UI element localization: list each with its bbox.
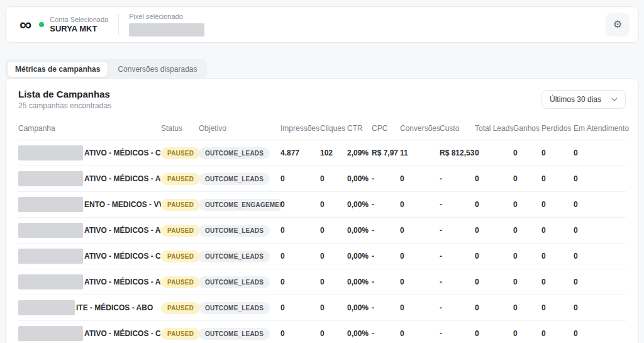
column-header-7: Conversões bbox=[400, 124, 440, 133]
header-divider bbox=[118, 14, 119, 35]
cell-impressions: 4.877 bbox=[280, 149, 320, 157]
cell-total-leads: 0 bbox=[475, 174, 513, 183]
cell-total-leads: 0 bbox=[475, 329, 513, 338]
cell-clicks: 102 bbox=[320, 149, 347, 157]
cell-impressions: 0 bbox=[280, 278, 320, 286]
cell-conversions: 0 bbox=[400, 252, 440, 261]
column-header-9: Total Leads bbox=[475, 124, 513, 133]
cell-impressions: 0 bbox=[280, 226, 320, 235]
pixel-value-redacted[interactable] bbox=[129, 23, 204, 37]
cell-ctr: 0,00% bbox=[347, 303, 372, 312]
panel-title: Lista de Campanhas bbox=[18, 89, 111, 99]
top-bar: ∞ Conta Selecionada SURYA MKT Pixel sele… bbox=[5, 6, 639, 43]
table-row[interactable]: ATIVO - MÉDICOS - CBO PAUSED OUTCOME_LEA… bbox=[18, 321, 626, 343]
campaign-table: CampanhaStatusObjetivoImpressõesCliquesC… bbox=[6, 115, 638, 343]
cell-objective: OUTCOME_LEADS bbox=[199, 250, 280, 262]
table-row[interactable]: ATIVO - MÉDICOS - AB... PAUSED OUTCOME_L… bbox=[18, 166, 626, 192]
cell-objective: OUTCOME_ENGAGEMENT bbox=[199, 199, 280, 211]
campaign-name: ITE - MÉDICOS - ABO bbox=[76, 303, 153, 312]
cell-impressions: 0 bbox=[280, 174, 320, 183]
column-header-2: Objetivo bbox=[199, 124, 280, 133]
cell-cost: - bbox=[440, 252, 475, 261]
meta-logo-icon: ∞ bbox=[19, 16, 31, 33]
table-header-row: CampanhaStatusObjetivoImpressõesCliquesC… bbox=[18, 115, 626, 140]
cell-status: PAUSED bbox=[161, 276, 199, 288]
cell-campaign: ENTO - MEDICOS - VV -... bbox=[18, 197, 161, 212]
cell-objective: OUTCOME_LEADS bbox=[199, 276, 280, 288]
cell-campaign: ATIVO - MÉDICOS - CB... bbox=[18, 249, 161, 264]
campaign-name: ATIVO - MÉDICOS - AB... bbox=[84, 174, 161, 183]
cell-perdidos: 0 bbox=[541, 149, 574, 157]
cell-ctr: 2,09% bbox=[347, 149, 372, 157]
cell-em-atendimento: 0 bbox=[574, 252, 626, 261]
status-badge: PAUSED bbox=[161, 250, 199, 262]
table-row[interactable]: ATIVO - MÉDICOS - ABO PAUSED OUTCOME_LEA… bbox=[18, 218, 626, 244]
tab-conversoes-disparadas[interactable]: Conversões disparadas bbox=[109, 61, 205, 77]
campaign-list-panel: Lista de Campanhas 25 campanhas encontra… bbox=[5, 78, 639, 343]
cell-cpc: - bbox=[372, 329, 400, 338]
objective-badge: OUTCOME_ENGAGEMENT bbox=[199, 199, 280, 211]
cell-total-leads: 0 bbox=[475, 200, 513, 209]
status-badge: PAUSED bbox=[161, 225, 199, 237]
cell-clicks: 0 bbox=[320, 303, 347, 312]
date-range-select[interactable]: Últimos 30 dias bbox=[541, 90, 626, 109]
cell-campaign: ATIVO - MÉDICOS - ABO bbox=[18, 223, 161, 238]
table-body: ATIVO - MÉDICOS - CB... PAUSED OUTCOME_L… bbox=[18, 140, 626, 343]
objective-badge: OUTCOME_LEADS bbox=[199, 225, 270, 237]
cell-cpc: - bbox=[372, 174, 400, 183]
campaign-name: ATIVO - MÉDICOS - CB... bbox=[84, 149, 161, 157]
cell-perdidos: 0 bbox=[541, 174, 574, 183]
chevron-down-icon bbox=[611, 98, 618, 101]
cell-objective: OUTCOME_LEADS bbox=[199, 328, 280, 340]
cell-campaign: ITE - MÉDICOS - ABO bbox=[18, 300, 161, 315]
status-badge: PAUSED bbox=[161, 147, 199, 159]
cell-campaign: ATIVO - MÉDICOS - ABO bbox=[18, 274, 161, 290]
objective-badge: OUTCOME_LEADS bbox=[199, 173, 270, 185]
table-row[interactable]: ATIVO - MÉDICOS - CB... PAUSED OUTCOME_L… bbox=[18, 140, 626, 166]
settings-button[interactable]: ⚙ bbox=[606, 13, 630, 37]
cell-clicks: 0 bbox=[320, 174, 347, 183]
cell-impressions: 0 bbox=[280, 303, 320, 312]
account-selector: Conta Selecionada SURYA MKT bbox=[50, 16, 108, 33]
objective-badge: OUTCOME_LEADS bbox=[199, 147, 270, 159]
gear-icon: ⚙ bbox=[613, 20, 622, 30]
cell-cost: - bbox=[440, 278, 475, 286]
table-row[interactable]: ITE - MÉDICOS - ABO PAUSED OUTCOME_LEADS… bbox=[18, 295, 626, 321]
cell-total-leads: 0 bbox=[475, 278, 513, 286]
tab-metricas-de-campanhas[interactable]: Métricas de campanhas bbox=[7, 61, 108, 77]
cell-ganhos: 0 bbox=[513, 149, 541, 157]
objective-badge: OUTCOME_LEADS bbox=[199, 250, 270, 262]
cell-em-atendimento: 0 bbox=[574, 278, 626, 286]
cell-ganhos: 0 bbox=[513, 200, 541, 209]
table-row[interactable]: ATIVO - MÉDICOS - ABO PAUSED OUTCOME_LEA… bbox=[18, 269, 626, 295]
cell-cost: - bbox=[440, 303, 475, 312]
campaign-name: ATIVO - MÉDICOS - CB... bbox=[84, 252, 161, 261]
pixel-selector: Pixel selecionado bbox=[129, 13, 204, 37]
cell-cost: - bbox=[440, 226, 475, 235]
cell-cpc: R$ 7,97 bbox=[372, 149, 400, 157]
account-label: Conta Selecionada bbox=[50, 16, 108, 23]
column-header-12: Em Atendimento bbox=[574, 124, 626, 133]
cell-cpc: - bbox=[372, 252, 400, 261]
cell-impressions: 0 bbox=[280, 329, 320, 338]
redacted-campaign-name bbox=[18, 300, 75, 315]
cell-total-leads: 0 bbox=[475, 252, 513, 261]
cell-ganhos: 0 bbox=[513, 303, 541, 312]
cell-clicks: 0 bbox=[320, 329, 347, 338]
table-row[interactable]: ATIVO - MÉDICOS - CB... PAUSED OUTCOME_L… bbox=[18, 244, 626, 269]
cell-conversions: 11 bbox=[400, 149, 440, 157]
redacted-campaign-name bbox=[18, 274, 83, 290]
cell-perdidos: 0 bbox=[541, 303, 574, 312]
cell-status: PAUSED bbox=[161, 328, 199, 340]
cell-perdidos: 0 bbox=[541, 200, 574, 209]
cell-em-atendimento: 0 bbox=[574, 149, 626, 157]
cell-clicks: 0 bbox=[320, 226, 347, 235]
cell-status: PAUSED bbox=[161, 173, 199, 185]
cell-ganhos: 0 bbox=[513, 278, 541, 286]
table-row[interactable]: ENTO - MEDICOS - VV -... PAUSED OUTCOME_… bbox=[18, 192, 626, 218]
cell-em-atendimento: 0 bbox=[574, 329, 626, 338]
status-dot bbox=[39, 22, 44, 27]
cell-status: PAUSED bbox=[161, 302, 199, 314]
cell-conversions: 0 bbox=[400, 278, 440, 286]
cell-perdidos: 0 bbox=[541, 329, 574, 338]
